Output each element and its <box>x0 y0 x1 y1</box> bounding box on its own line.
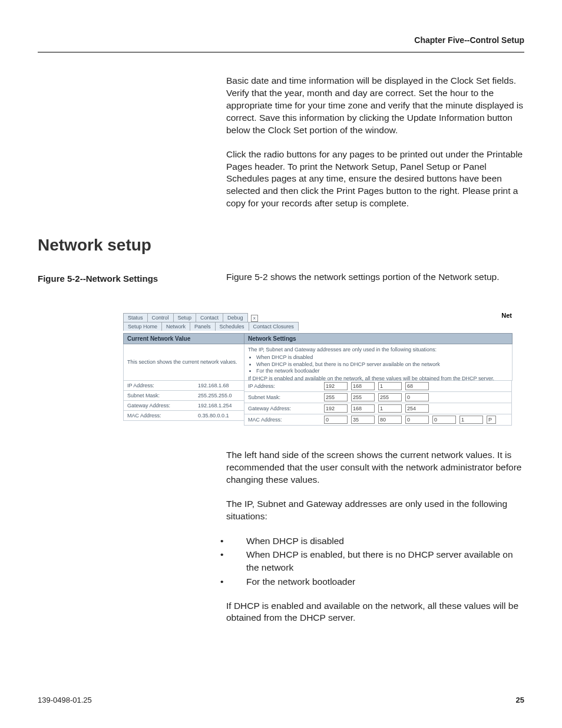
ip-octet-4[interactable]: 68 <box>405 382 429 390</box>
subtab-panels[interactable]: Panels <box>190 322 216 331</box>
current-network-desc: This section shows the current network v… <box>123 344 244 381</box>
desc-bullet: When DHCP is enabled, but there is no DH… <box>256 361 508 368</box>
figure-network-settings: Status Control Setup Contact Debug x Net… <box>123 313 512 426</box>
ip-octet-1[interactable]: 192 <box>324 382 348 390</box>
current-network-header: Current Network Value <box>123 333 244 344</box>
body-bullet: For the network bootloader <box>227 575 524 588</box>
desc-outro: If DHCP is enabled and available on the … <box>248 375 494 381</box>
header-rule <box>38 52 524 52</box>
tab-control[interactable]: Control <box>147 313 174 322</box>
mac-octet-2[interactable]: 35 <box>351 416 375 424</box>
ip-octet-3[interactable]: 1 <box>378 382 402 390</box>
network-settings-header: Network Settings <box>244 333 513 344</box>
body-bullet: When DHCP is disabled <box>227 535 524 548</box>
network-settings-desc: The IP, Subnet and Gateway addresses are… <box>244 344 513 381</box>
panel-title: Net <box>501 312 512 319</box>
mac-octet-5[interactable]: 0 <box>432 416 456 424</box>
label-ip: IP Address: <box>124 381 194 390</box>
subtab-schedules[interactable]: Schedules <box>215 322 249 331</box>
subtab-contact-closures[interactable]: Contact Closures <box>249 322 299 331</box>
tab-contact[interactable]: Contact <box>196 313 223 322</box>
gw-octet-2[interactable]: 168 <box>351 404 375 413</box>
gw-octet-1[interactable]: 192 <box>324 404 348 413</box>
subtab-network[interactable]: Network <box>161 322 190 331</box>
mac-octet-6[interactable]: 1 <box>459 416 483 424</box>
value-ip: 192.168.1.68 <box>194 381 244 390</box>
mac-octet-1[interactable]: 0 <box>324 416 348 424</box>
gw-octet-4[interactable]: 254 <box>405 404 429 413</box>
setting-gw-row: Gateway Address: 192 168 1 254 <box>244 403 512 414</box>
footer-pagenum: 25 <box>516 696 524 704</box>
body-paragraph: Basic date and time information will be … <box>226 75 524 137</box>
gw-octet-3[interactable]: 1 <box>378 404 402 413</box>
value-gw: 192.168.1.254 <box>194 401 244 410</box>
current-mask-row: Subnet Mask: 255.255.255.0 <box>123 391 244 401</box>
label-mac: MAC Address: <box>124 411 194 420</box>
body-paragraph: The IP, Subnet and Gateway addresses are… <box>226 498 524 523</box>
label-mac: MAC Address: <box>244 415 322 424</box>
chapter-header: Chapter Five--Control Setup <box>38 35 524 45</box>
current-ip-row: IP Address: 192.168.1.68 <box>123 381 244 391</box>
label-mask: Subnet Mask: <box>244 393 322 402</box>
mac-octet-3[interactable]: 80 <box>378 416 402 424</box>
tab-debug[interactable]: Debug <box>223 313 248 322</box>
body-paragraph: Click the radio buttons for any pages to… <box>226 149 524 210</box>
setting-mask-row: Subnet Mask: 255 255 255 0 <box>244 392 512 403</box>
section-heading-network-setup: Network setup <box>38 236 524 255</box>
label-mask: Subnet Mask: <box>124 391 194 400</box>
body-bullet: When DHCP is enabled, but there is no DH… <box>227 548 524 574</box>
setting-mac-row: MAC Address: 0 35 80 0 0 1 P <box>244 414 512 426</box>
current-mac-row: MAC Address: 0.35.80.0.0.1 <box>123 411 244 421</box>
close-icon[interactable]: x <box>251 315 258 322</box>
mac-octet-4[interactable]: 0 <box>405 416 429 424</box>
footer-docnum: 139-0498-01.25 <box>38 696 92 704</box>
desc-bullet: For the network bootloader <box>256 368 508 374</box>
label-gw: Gateway Address: <box>244 404 322 413</box>
value-mask: 255.255.255.0 <box>194 391 244 400</box>
body-bullet-list: When DHCP is disabled When DHCP is enabl… <box>226 535 524 588</box>
setting-ip-row: IP Address: 192 168 1 68 <box>244 381 512 392</box>
body-paragraph: The left hand side of the screen shows t… <box>226 449 524 486</box>
label-ip: IP Address: <box>244 381 322 391</box>
desc-intro: The IP, Subnet and Gateway addresses are… <box>248 347 437 353</box>
ip-octet-2[interactable]: 168 <box>351 382 375 390</box>
current-gw-row: Gateway Address: 192.168.1.254 <box>123 401 244 411</box>
value-mac: 0.35.80.0.0.1 <box>194 411 244 420</box>
main-tab-bar: Status Control Setup Contact Debug x <box>123 313 258 322</box>
label-gw: Gateway Address: <box>124 401 194 410</box>
mask-octet-3[interactable]: 255 <box>378 393 402 401</box>
figure-caption: Figure 5-2--Network Settings <box>38 274 219 284</box>
mask-octet-4[interactable]: 0 <box>405 393 429 401</box>
mask-octet-1[interactable]: 255 <box>324 393 348 401</box>
tab-setup[interactable]: Setup <box>173 313 197 322</box>
mask-octet-2[interactable]: 255 <box>351 393 375 401</box>
subtab-setup-home[interactable]: Setup Home <box>123 322 162 331</box>
mac-extra[interactable]: P <box>487 416 496 424</box>
tab-status[interactable]: Status <box>123 313 148 322</box>
figure-intro: Figure 5-2 shows the network settings po… <box>226 271 524 284</box>
sub-tab-bar: Setup Home Network Panels Schedules Cont… <box>123 322 512 331</box>
body-paragraph: If DHCP is enabled and available on the … <box>226 600 524 625</box>
desc-bullet: When DHCP is disabled <box>256 354 508 361</box>
